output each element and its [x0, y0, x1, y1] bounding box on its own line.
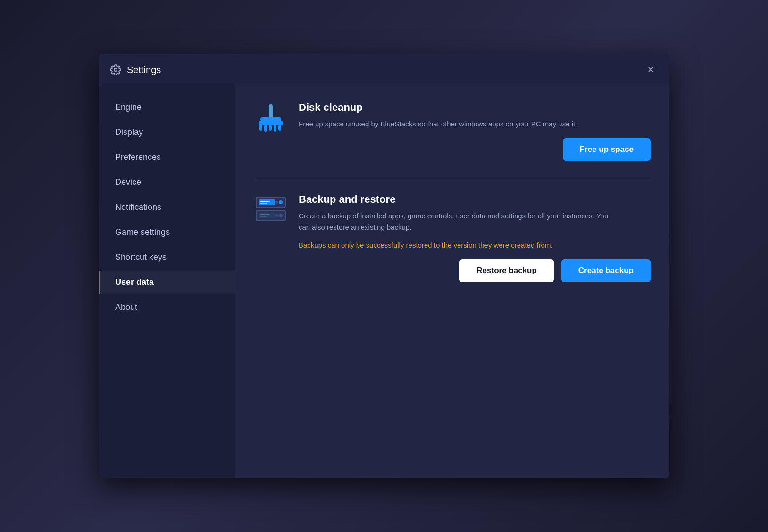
disk-cleanup-section: Disk cleanup Free up space unused by Blu… — [254, 101, 651, 176]
svg-point-0 — [114, 68, 117, 71]
disk-cleanup-inner: Disk cleanup Free up space unused by Blu… — [254, 101, 651, 176]
svg-point-19 — [279, 214, 283, 217]
disk-cleanup-actions: Free up space — [299, 138, 651, 161]
modal-body: Engine Display Preferences Device Notifi… — [99, 86, 669, 478]
gear-icon — [110, 64, 121, 75]
svg-rect-4 — [259, 125, 262, 131]
svg-rect-16 — [259, 213, 275, 218]
svg-rect-10 — [259, 200, 275, 205]
backup-icon — [254, 195, 287, 223]
svg-rect-2 — [260, 117, 281, 121]
svg-rect-1 — [269, 104, 273, 119]
free-up-space-button[interactable]: Free up space — [563, 138, 651, 161]
create-backup-button[interactable]: Create backup — [561, 259, 651, 282]
window-title: Settings — [127, 65, 161, 75]
sidebar-item-shortcut-keys[interactable]: Shortcut keys — [99, 246, 235, 269]
title-bar-left: Settings — [110, 64, 161, 75]
cleanup-icon — [254, 103, 287, 133]
sidebar-item-notifications[interactable]: Notifications — [99, 196, 235, 219]
sidebar-item-engine[interactable]: Engine — [99, 96, 235, 119]
svg-point-14 — [275, 201, 278, 204]
sidebar-item-about[interactable]: About — [99, 296, 235, 319]
backup-restore-desc: Create a backup of installed apps, game … — [299, 210, 619, 233]
svg-rect-3 — [259, 121, 283, 125]
svg-point-20 — [275, 214, 278, 217]
svg-rect-17 — [260, 214, 270, 215]
disk-cleanup-title: Disk cleanup — [299, 101, 651, 114]
svg-rect-7 — [274, 125, 276, 132]
backup-restore-inner: Backup and restore Create a backup of in… — [254, 193, 651, 297]
svg-rect-5 — [264, 125, 267, 132]
section-divider — [254, 178, 651, 178]
restore-backup-button[interactable]: Restore backup — [459, 259, 554, 282]
backup-restore-section: Backup and restore Create a backup of in… — [254, 193, 651, 297]
sidebar: Engine Display Preferences Device Notifi… — [99, 86, 235, 478]
disk-cleanup-desc: Free up space unused by BlueStacks so th… — [299, 118, 619, 130]
backup-restore-title: Backup and restore — [299, 193, 651, 206]
svg-point-13 — [279, 200, 283, 204]
main-content: Disk cleanup Free up space unused by Blu… — [235, 86, 669, 478]
svg-rect-18 — [260, 216, 267, 217]
settings-modal: Settings ✕ Engine Display Preferences De… — [99, 54, 669, 478]
sidebar-item-device[interactable]: Device — [99, 171, 235, 194]
sidebar-item-preferences[interactable]: Preferences — [99, 146, 235, 169]
svg-rect-11 — [260, 201, 270, 202]
sidebar-item-display[interactable]: Display — [99, 121, 235, 144]
backup-restore-text: Backup and restore Create a backup of in… — [299, 193, 651, 282]
close-button[interactable]: ✕ — [643, 62, 658, 77]
disk-cleanup-text: Disk cleanup Free up space unused by Blu… — [299, 101, 651, 161]
sidebar-item-user-data[interactable]: User data — [99, 271, 235, 294]
svg-rect-6 — [269, 125, 272, 131]
backup-restore-actions: Restore backup Create backup — [299, 259, 651, 282]
svg-rect-12 — [260, 203, 267, 204]
sidebar-item-game-settings[interactable]: Game settings — [99, 221, 235, 244]
title-bar: Settings ✕ — [99, 54, 669, 86]
backup-warning: Backups can only be successfully restore… — [299, 240, 651, 251]
svg-rect-8 — [278, 125, 281, 131]
